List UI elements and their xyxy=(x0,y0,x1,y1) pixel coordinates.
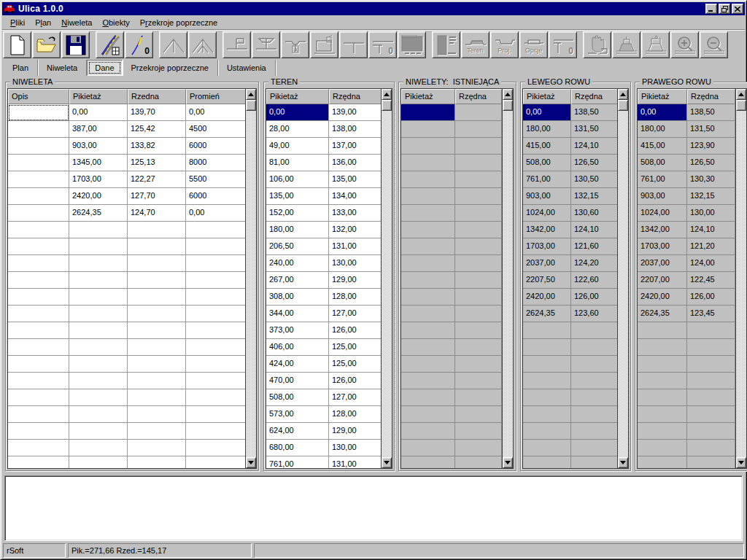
cell-istniejaca-r9c0[interactable] xyxy=(401,255,455,272)
cell-lewego-r19c1[interactable] xyxy=(571,423,617,440)
cell-prawego-r0c1[interactable]: 138,50 xyxy=(687,104,735,121)
cell-niweleta-r7c3[interactable] xyxy=(186,222,245,238)
cell-teren-r4c1[interactable]: 135,00 xyxy=(329,171,381,188)
cell-lewego-r15c0[interactable] xyxy=(523,356,571,373)
cell-niweleta-r14c1[interactable] xyxy=(69,339,128,356)
cell-prawego-r5c0[interactable]: 903,00 xyxy=(638,188,687,205)
cell-istniejaca-r8c1[interactable] xyxy=(455,238,502,255)
cell-prawego-r13c1[interactable] xyxy=(687,322,735,339)
cell-lewego-r8c0[interactable]: 1703,00 xyxy=(523,238,571,255)
cell-teren-r14c1[interactable]: 125,00 xyxy=(329,339,381,356)
cell-niweleta-r0c1[interactable]: 0,00 xyxy=(69,104,128,121)
cell-prawego-r20c1[interactable] xyxy=(687,440,735,456)
cell-niweleta-r4c0[interactable] xyxy=(8,171,69,188)
cell-lewego-r1c0[interactable]: 180,00 xyxy=(523,121,571,138)
cell-prawego-r7c0[interactable]: 1342,00 xyxy=(638,222,687,238)
cell-prawego-r20c0[interactable] xyxy=(638,440,687,456)
cell-prawego-r19c0[interactable] xyxy=(638,423,687,440)
cell-lewego-r4c1[interactable]: 130,50 xyxy=(571,171,617,188)
cell-lewego-r16c0[interactable] xyxy=(523,373,571,389)
cell-teren-r15c1[interactable]: 125,00 xyxy=(329,356,381,373)
cell-prawego-r13c0[interactable] xyxy=(638,322,687,339)
cell-istniejaca-r7c0[interactable] xyxy=(401,222,455,238)
cell-istniejaca-r6c0[interactable] xyxy=(401,205,455,222)
cell-prawego-r21c1[interactable] xyxy=(687,456,735,468)
cell-istniejaca-r5c0[interactable] xyxy=(401,188,455,205)
cell-niweleta-r10c3[interactable] xyxy=(186,272,245,289)
cell-niweleta-r13c1[interactable] xyxy=(69,322,128,339)
cell-prawego-r15c1[interactable] xyxy=(687,356,735,373)
column-header-lewego-0[interactable]: Pikietaż xyxy=(523,89,571,104)
cell-lewego-r20c1[interactable] xyxy=(571,440,617,456)
cell-istniejaca-r9c1[interactable] xyxy=(455,255,502,272)
scroll-down-button[interactable] xyxy=(503,457,513,468)
cell-prawego-r14c1[interactable] xyxy=(687,339,735,356)
cell-istniejaca-r3c1[interactable] xyxy=(455,155,502,171)
cell-lewego-r7c0[interactable]: 1342,00 xyxy=(523,222,571,238)
cell-lewego-r5c0[interactable]: 903,00 xyxy=(523,188,571,205)
cell-niweleta-r3c0[interactable] xyxy=(8,155,69,171)
cell-prawego-r1c0[interactable]: 180,00 xyxy=(638,121,687,138)
cell-lewego-r7c1[interactable]: 124,10 xyxy=(571,222,617,238)
cell-lewego-r3c1[interactable]: 126,50 xyxy=(571,155,617,171)
save-file-button[interactable] xyxy=(61,31,90,58)
cell-prawego-r16c1[interactable] xyxy=(687,373,735,389)
cell-niweleta-r8c3[interactable] xyxy=(186,238,245,255)
cell-niweleta-r13c3[interactable] xyxy=(186,322,245,339)
cell-istniejaca-r1c1[interactable] xyxy=(455,121,502,138)
scroll-thumb[interactable] xyxy=(736,100,746,111)
cell-niweleta-r7c2[interactable] xyxy=(128,222,186,238)
column-header-niweleta-3[interactable]: Promień xyxy=(186,89,245,104)
cell-lewego-r21c1[interactable] xyxy=(571,456,617,468)
cell-niweleta-r12c3[interactable] xyxy=(186,306,245,322)
column-header-niweleta-0[interactable]: Opis xyxy=(8,89,69,104)
new-file-button[interactable] xyxy=(3,31,31,58)
cell-niweleta-r18c0[interactable] xyxy=(8,406,69,423)
column-header-teren-1[interactable]: Rzędna xyxy=(329,89,381,104)
cell-niweleta-r9c3[interactable] xyxy=(186,255,245,272)
cell-teren-r13c1[interactable]: 126,00 xyxy=(329,322,381,339)
cell-teren-r17c0[interactable]: 508,00 xyxy=(266,389,329,406)
cell-niweleta-r0c2[interactable]: 139,70 xyxy=(128,104,186,121)
cell-istniejaca-r12c0[interactable] xyxy=(401,306,455,322)
cell-lewego-r10c1[interactable]: 122,60 xyxy=(571,272,617,289)
cell-niweleta-r19c0[interactable] xyxy=(8,423,69,440)
scroll-up-button[interactable] xyxy=(736,89,746,100)
cell-prawego-r16c0[interactable] xyxy=(638,373,687,389)
scroll-thumb[interactable] xyxy=(246,100,256,111)
cell-niweleta-r8c0[interactable] xyxy=(8,238,69,255)
cell-lewego-r3c0[interactable]: 508,00 xyxy=(523,155,571,171)
cell-istniejaca-r4c0[interactable] xyxy=(401,171,455,188)
vertical-scrollbar[interactable] xyxy=(381,88,392,469)
cell-niweleta-r3c1[interactable]: 1345,00 xyxy=(69,155,128,171)
scroll-up-button[interactable] xyxy=(246,89,256,100)
cell-niweleta-r6c2[interactable]: 124,70 xyxy=(128,205,186,222)
menu-item-przekroje-poprzeczne[interactable]: Przekroje poprzeczne xyxy=(135,17,222,28)
scroll-up-button[interactable] xyxy=(382,89,392,100)
cell-teren-r0c0[interactable]: 0,00 xyxy=(266,104,329,121)
cell-istniejaca-r17c1[interactable] xyxy=(455,389,502,406)
cell-teren-r21c1[interactable]: 131,00 xyxy=(329,456,381,468)
cell-lewego-r11c0[interactable]: 2420,00 xyxy=(523,289,571,306)
cell-niweleta-r9c1[interactable] xyxy=(69,255,128,272)
cell-prawego-r4c1[interactable]: 130,30 xyxy=(687,171,735,188)
cell-niweleta-r10c2[interactable] xyxy=(128,272,186,289)
cell-lewego-r5c1[interactable]: 132,15 xyxy=(571,188,617,205)
plan-road-button[interactable] xyxy=(96,31,124,58)
cell-lewego-r17c1[interactable] xyxy=(571,389,617,406)
cell-niweleta-r10c1[interactable] xyxy=(69,272,128,289)
cell-niweleta-r11c1[interactable] xyxy=(69,289,128,306)
cell-prawego-r11c1[interactable]: 126,00 xyxy=(687,289,735,306)
tab-dane[interactable]: Dane xyxy=(87,60,122,76)
cell-teren-r18c1[interactable]: 128,00 xyxy=(329,406,381,423)
cell-prawego-r11c0[interactable]: 2420,00 xyxy=(638,289,687,306)
cell-istniejaca-r17c0[interactable] xyxy=(401,389,455,406)
title-bar[interactable]: Ulica 1.0.0 xyxy=(2,2,745,15)
cell-lewego-r15c1[interactable] xyxy=(571,356,617,373)
cell-niweleta-r18c2[interactable] xyxy=(128,406,186,423)
cell-lewego-r4c0[interactable]: 761,00 xyxy=(523,171,571,188)
cell-niweleta-r16c1[interactable] xyxy=(69,373,128,389)
cell-niweleta-r6c0[interactable] xyxy=(8,205,69,222)
minimize-button[interactable] xyxy=(705,4,717,14)
cell-niweleta-r5c1[interactable]: 2420,00 xyxy=(69,188,128,205)
